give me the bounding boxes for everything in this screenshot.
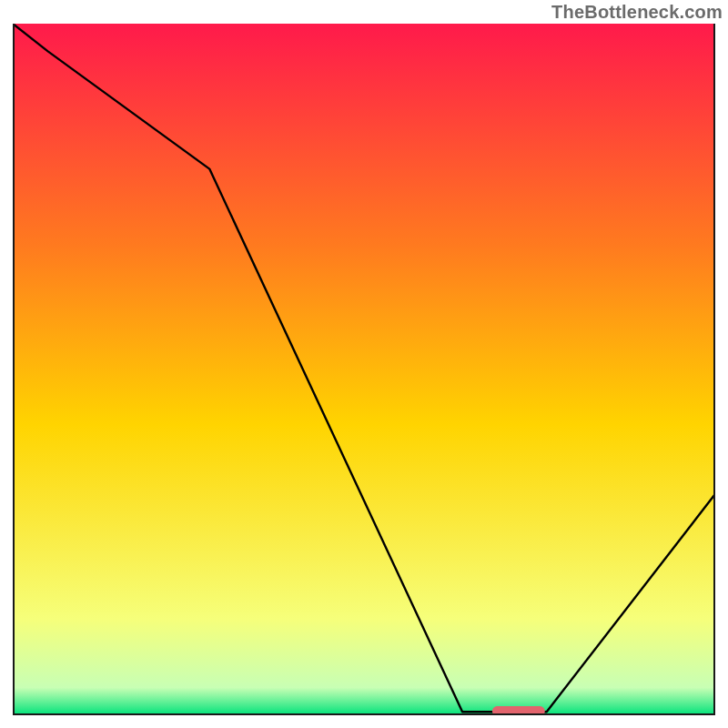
bottleneck-chart: TheBottleneck.com [0, 0, 728, 728]
gradient-background [13, 24, 715, 715]
chart-svg [13, 24, 715, 715]
plot-area [13, 24, 715, 715]
watermark-text: TheBottleneck.com [551, 2, 723, 23]
